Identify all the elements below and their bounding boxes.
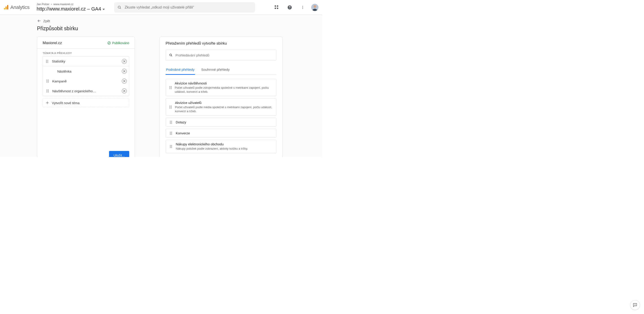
tab-detail-reports[interactable]: Podrobné přehledy xyxy=(166,65,195,75)
library-search-input[interactable] xyxy=(176,53,273,57)
svg-point-26 xyxy=(48,81,49,82)
report-row[interactable]: . Nástěnka xyxy=(43,66,129,76)
product-name: Analytics xyxy=(10,4,30,10)
close-icon xyxy=(123,80,126,82)
drag-handle-icon[interactable] xyxy=(169,132,173,135)
svg-point-12 xyxy=(302,7,303,8)
svg-point-45 xyxy=(170,107,170,107)
property-title: http://www.maxiorel.cz – GA4 xyxy=(36,6,101,12)
library-item[interactable]: Nákupy elektronického obchoduNákupy polo… xyxy=(166,140,276,153)
svg-rect-5 xyxy=(275,5,276,7)
svg-point-17 xyxy=(46,60,47,60)
svg-point-44 xyxy=(171,106,172,106)
drag-handle-icon[interactable] xyxy=(169,145,173,148)
svg-point-66 xyxy=(172,147,172,148)
svg-point-11 xyxy=(302,6,303,6)
global-search[interactable] xyxy=(114,2,255,12)
svg-point-18 xyxy=(48,60,48,60)
svg-point-55 xyxy=(170,132,171,132)
collection-name: Maxiorel.cz xyxy=(43,41,62,45)
remove-report-button[interactable] xyxy=(122,69,127,74)
svg-point-13 xyxy=(302,8,303,9)
svg-point-39 xyxy=(170,87,170,88)
report-row[interactable]: Kampaně xyxy=(43,76,129,86)
library-item-desc: Počet uživatelů podle média společně s m… xyxy=(175,105,273,113)
svg-point-34 xyxy=(48,92,49,93)
avatar-image xyxy=(311,4,318,11)
svg-line-36 xyxy=(172,56,172,56)
remove-topic-button[interactable] xyxy=(122,59,127,64)
analytics-logo[interactable]: Analytics xyxy=(3,4,30,10)
library-item-title: Akvizice návštěvnosti xyxy=(175,81,273,85)
drag-handle-icon[interactable] xyxy=(46,89,50,93)
drag-handle-icon[interactable] xyxy=(45,60,49,63)
topics-section-label: TÉMATA A PŘEHLEDY xyxy=(37,49,135,56)
svg-rect-0 xyxy=(4,8,5,10)
library-search[interactable] xyxy=(166,50,276,60)
svg-point-31 xyxy=(47,91,47,91)
library-item-title: Dotazy xyxy=(176,120,186,124)
search-icon xyxy=(117,5,122,10)
add-topic-button[interactable]: Vytvořit nové téma xyxy=(43,98,129,107)
drag-handle-icon[interactable] xyxy=(169,86,172,89)
svg-point-49 xyxy=(170,121,171,121)
svg-point-25 xyxy=(47,81,47,82)
svg-point-48 xyxy=(171,108,172,108)
drag-handle-icon[interactable] xyxy=(169,105,172,109)
svg-point-41 xyxy=(170,88,170,89)
arrow-left-icon xyxy=(37,19,41,23)
remove-report-button[interactable] xyxy=(122,79,127,84)
report-label: Nástěnka xyxy=(57,69,119,73)
global-search-input[interactable] xyxy=(125,5,252,9)
save-button[interactable]: Uložit... xyxy=(109,151,129,157)
library-list: Akvizice návštěvnostiPočet uživatelů pod… xyxy=(166,79,276,153)
apps-button[interactable] xyxy=(272,3,281,12)
svg-point-42 xyxy=(171,88,172,89)
svg-rect-1 xyxy=(6,6,7,9)
tab-summary-reports[interactable]: Souhrnné přehledy xyxy=(201,65,230,75)
breadcrumb-owner: Jan Polzer xyxy=(36,3,49,6)
svg-point-33 xyxy=(47,92,47,93)
svg-point-35 xyxy=(170,54,172,56)
report-label: Kampaně xyxy=(52,79,119,83)
report-row[interactable]: Návštěvnost z organického… xyxy=(43,86,129,96)
svg-rect-7 xyxy=(275,8,276,9)
svg-point-50 xyxy=(172,121,172,121)
drag-handle-icon[interactable] xyxy=(169,121,173,124)
property-picker[interactable]: Jan Polzer www.maxiorel.cz http://www.ma… xyxy=(36,3,104,12)
svg-point-60 xyxy=(172,134,172,135)
page-title: Přizpůsobit sbírku xyxy=(37,25,284,32)
library-item[interactable]: Dotazy xyxy=(166,118,276,127)
svg-point-16 xyxy=(108,42,110,44)
svg-point-58 xyxy=(172,133,172,134)
svg-point-23 xyxy=(47,80,47,80)
published-label: Publikováno xyxy=(112,41,129,45)
remove-report-button[interactable] xyxy=(122,88,127,93)
svg-point-32 xyxy=(48,91,49,91)
more-vert-icon xyxy=(301,5,305,9)
svg-point-30 xyxy=(48,90,49,90)
topic-row[interactable]: Statistiky xyxy=(43,56,129,66)
help-button[interactable] xyxy=(285,3,294,12)
drag-handle-icon[interactable] xyxy=(46,79,50,83)
library-item[interactable]: Konverze xyxy=(166,129,276,138)
svg-point-20 xyxy=(48,61,48,62)
svg-point-27 xyxy=(47,82,47,83)
svg-point-3 xyxy=(118,6,120,8)
more-button[interactable] xyxy=(298,3,307,12)
close-icon xyxy=(123,70,126,72)
svg-line-4 xyxy=(120,8,121,9)
library-item-desc: Nákupy položek podle zobrazení, aktivity… xyxy=(176,147,248,151)
library-item-desc: Počet uživatelů podle zdroje/média spole… xyxy=(175,86,273,94)
svg-point-62 xyxy=(172,145,172,146)
library-item[interactable]: Akvizice uživatelůPočet uživatelů podle … xyxy=(166,98,276,116)
close-icon xyxy=(123,60,126,62)
library-item[interactable]: Akvizice návštěvnostiPočet uživatelů pod… xyxy=(166,79,276,96)
svg-point-28 xyxy=(48,82,49,83)
report-library-panel: Přetažením přehledů vytvořte sbírku Podr… xyxy=(160,36,282,157)
chevron-right-icon xyxy=(50,3,52,5)
account-avatar[interactable] xyxy=(311,4,318,11)
add-topic-label: Vytvořit nové téma xyxy=(52,101,80,105)
back-button[interactable]: Zpět xyxy=(37,19,284,23)
published-badge: Publikováno xyxy=(107,41,129,45)
